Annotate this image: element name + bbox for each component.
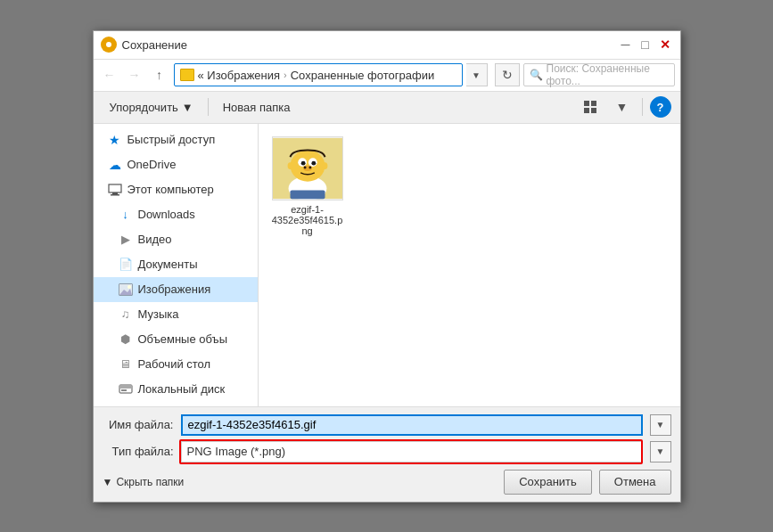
path-part2: Сохраненные фотографии (291, 69, 434, 82)
sidebar-item-onedrive[interactable]: ☁ OneDrive (94, 152, 258, 177)
action-row: ▼ Скрыть папки Сохранить Отмена (103, 470, 671, 495)
svg-rect-15 (121, 389, 127, 391)
downloads-icon: ↓ (119, 208, 133, 222)
sidebar-item-downloads[interactable]: ↓ Downloads (94, 202, 258, 227)
sidebar-item-desktop[interactable]: 🖥 Рабочий стол (94, 352, 258, 377)
disk-c-icon (119, 382, 133, 397)
dialog-title: Сохранение (122, 38, 618, 52)
svg-rect-14 (119, 385, 132, 389)
video-label: Видео (138, 233, 172, 246)
onedrive-icon: ☁ (108, 158, 122, 172)
filetype-input[interactable] (181, 441, 643, 462)
bottom-area: Имя файла: ▼ Тип файла: ▼ ▼ Скрыть папки… (94, 406, 680, 502)
svg-point-12 (127, 285, 131, 289)
title-bar: Сохранение ─ □ ✕ (94, 31, 680, 60)
sidebar-item-docs[interactable]: 📄 Документы (94, 252, 258, 277)
forward-button[interactable]: → (124, 64, 145, 86)
window-controls: ─ □ ✕ (618, 37, 673, 53)
toolbar-separator (208, 98, 209, 116)
svg-rect-2 (584, 101, 589, 106)
sidebar-item-music[interactable]: ♫ Музыка (94, 302, 258, 327)
folder-icon (180, 69, 194, 81)
up-button[interactable]: ↑ (149, 64, 170, 86)
music-label: Музыка (138, 307, 179, 321)
filename-input[interactable] (181, 414, 643, 436)
chrome-icon (101, 37, 117, 53)
organize-label: Упорядочить (110, 101, 178, 114)
view-button[interactable] (578, 94, 603, 119)
star-icon: ★ (108, 133, 122, 147)
address-bar: ← → ↑ « Изображения › Сохраненные фотогр… (94, 60, 680, 92)
sidebar-item-3d[interactable]: ⬢ Объемные объы (94, 327, 258, 352)
svg-rect-21 (290, 190, 325, 199)
filetype-row: Тип файла: ▼ (103, 441, 671, 462)
back-button[interactable]: ← (99, 64, 120, 86)
toggle-folders-label: Скрыть папки (116, 476, 184, 488)
sidebar-item-disk-c[interactable]: Локальный диск (94, 377, 258, 402)
filename-label: Имя файла: (103, 418, 174, 431)
svg-point-22 (290, 150, 325, 181)
svg-point-26 (311, 160, 316, 165)
docs-icon: 📄 (119, 258, 133, 272)
file-item[interactable]: ezgif-1-4352e35f4615.png (267, 133, 348, 240)
desktop-icon: 🖥 (119, 357, 133, 372)
toggle-folders[interactable]: ▼ Скрыть папки (103, 476, 185, 488)
path-dropdown[interactable]: ▼ (466, 63, 488, 86)
homer-image (273, 137, 342, 200)
path-part1: « Изображения (198, 69, 281, 82)
filetype-label: Тип файла: (103, 445, 174, 458)
images-icon (119, 282, 133, 297)
sidebar-item-images[interactable]: Изображения (94, 277, 258, 302)
svg-rect-8 (111, 194, 119, 196)
filename-row: Имя файла: ▼ (103, 414, 671, 436)
thispc-label: Этот компьютер (127, 183, 214, 196)
svg-rect-4 (584, 108, 589, 113)
svg-point-25 (300, 160, 305, 165)
view-icon (583, 100, 597, 114)
cancel-button[interactable]: Отмена (599, 470, 671, 495)
maximize-button[interactable]: □ (637, 37, 654, 53)
svg-point-1 (106, 42, 111, 47)
images-label: Изображения (138, 282, 211, 296)
refresh-button[interactable]: ↻ (495, 63, 520, 86)
content-area: ★ Быстрый доступ ☁ OneDrive (94, 124, 680, 406)
organize-button[interactable]: Упорядочить ▼ (103, 94, 201, 119)
search-icon: 🔍 (530, 69, 543, 81)
save-button[interactable]: Сохранить (504, 470, 592, 495)
svg-point-28 (303, 166, 306, 168)
view-dropdown[interactable]: ▼ (610, 94, 635, 119)
svg-rect-5 (591, 108, 596, 113)
objects3d-label: Объемные объы (138, 332, 228, 346)
path-chevron: › (284, 70, 287, 80)
chevron-down-icon: ▼ (103, 476, 113, 488)
filetype-dropdown[interactable]: ▼ (650, 441, 671, 462)
search-box[interactable]: 🔍 Поиск: Сохраненные фото... (523, 63, 675, 86)
new-folder-button[interactable]: Новая папка (216, 94, 298, 119)
file-name: ezgif-1-4352e35f4615.png (271, 204, 344, 236)
search-placeholder: Поиск: Сохраненные фото... (547, 62, 669, 87)
svg-rect-3 (591, 101, 596, 106)
sidebar-item-quick-access[interactable]: ★ Быстрый доступ (94, 127, 258, 152)
file-thumbnail (272, 136, 343, 201)
organize-chevron: ▼ (182, 101, 193, 114)
save-dialog: Сохранение ─ □ ✕ ← → ↑ « Изображения › С… (93, 30, 681, 503)
filename-dropdown[interactable]: ▼ (650, 414, 671, 436)
save-label: Сохранить (519, 475, 577, 488)
svg-rect-6 (109, 184, 121, 192)
sidebar-item-video[interactable]: ▶ Видео (94, 227, 258, 252)
svg-point-29 (308, 166, 311, 168)
cancel-label: Отмена (614, 475, 656, 488)
help-button[interactable]: ? (650, 96, 671, 118)
sidebar-item-thispc[interactable]: Этот компьютер (94, 177, 258, 202)
close-button[interactable]: ✕ (657, 37, 673, 53)
3d-icon: ⬢ (119, 332, 133, 347)
svg-point-30 (287, 162, 292, 169)
sidebar: ★ Быстрый доступ ☁ OneDrive (94, 124, 259, 406)
address-path[interactable]: « Изображения › Сохраненные фотографии (174, 63, 463, 86)
minimize-button[interactable]: ─ (618, 37, 634, 53)
onedrive-label: OneDrive (127, 158, 177, 171)
toolbar: Упорядочить ▼ Новая папка ▼ ? (94, 92, 680, 124)
music-icon: ♫ (119, 307, 133, 322)
desktop-label: Рабочий стол (138, 357, 211, 371)
video-icon: ▶ (119, 233, 133, 247)
